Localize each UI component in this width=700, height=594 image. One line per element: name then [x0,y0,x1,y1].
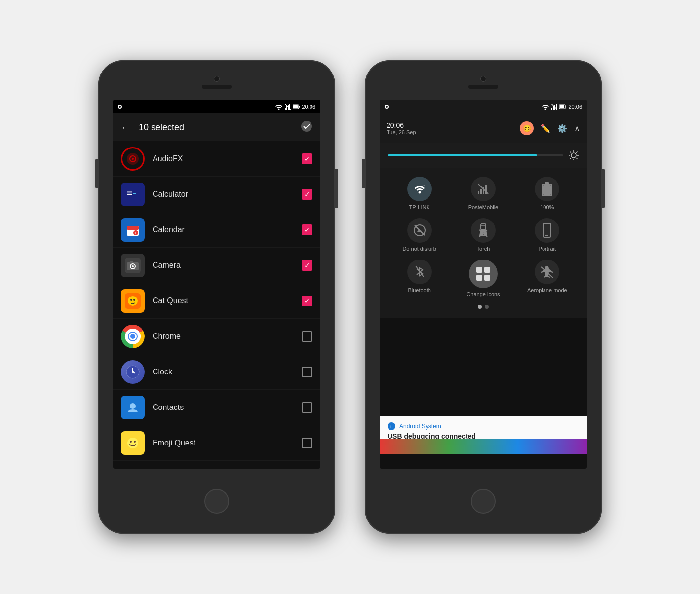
qs-pagination-dots [380,301,587,313]
checkbox-catquest[interactable] [302,296,312,306]
svg-rect-70 [545,182,549,185]
bluetooth-tile-icon [407,260,432,284]
app-icon-contacts [121,396,145,419]
notification-app-name: Android System [399,423,441,430]
speaker [202,85,232,89]
svg-point-0 [278,109,280,110]
wifi-status-icon [275,104,283,110]
qs-tile-dnd[interactable]: Do not disturb [395,218,444,252]
home-button[interactable] [204,489,229,514]
svg-rect-7 [299,106,300,108]
change-icons-tile-icon [469,260,498,288]
svg-rect-52 [560,105,564,108]
collapse-icon[interactable]: ∧ [574,124,580,133]
checkbox-chrome[interactable] [302,331,312,342]
qs-row-3: Bluetooth [380,256,587,301]
app-icon-audiofx [121,147,145,171]
qs-tile-label-dnd: Do not disturb [402,246,436,252]
portrait-tile-icon [535,218,559,243]
checkbox-audiofx[interactable] [302,153,312,164]
camera-dot-right [480,76,486,82]
screen-left: 20:06 ← 10 selected AudioFX [113,100,320,469]
app-name: Contacts [153,403,294,412]
camera-dot [214,76,220,82]
speaker-right [468,85,498,89]
app-icon-calculator: ≡= [121,183,145,206]
brightness-control[interactable] [380,143,587,168]
battery-tile-icon [535,177,559,201]
phone-right: 20:06 20:06 Tue, 26 Sep 😊 ✏️ ⚙️ ∧ [365,60,602,534]
checkbox-camera[interactable] [302,260,312,271]
checkbox-clock[interactable] [302,367,312,377]
edit-icon[interactable]: ✏️ [541,124,550,133]
svg-point-29 [133,299,135,301]
qs-tile-change-icons[interactable]: Change icons [459,260,508,297]
list-item[interactable]: Contacts [113,390,320,425]
app-icon-clock [121,360,145,384]
qs-tile-label-change-icons: Change icons [467,291,500,297]
qs-tile-portrait[interactable]: Portrait [522,218,572,252]
checkbox-emoji[interactable] [302,438,312,448]
svg-rect-51 [566,106,567,108]
svg-point-42 [130,441,132,443]
screen-right: 20:06 20:06 Tue, 26 Sep 😊 ✏️ ⚙️ ∧ [380,100,587,469]
checkbox-contacts[interactable] [302,402,312,413]
qs-header: 20:06 Tue, 26 Sep 😊 ✏️ ⚙️ ∧ [380,113,587,143]
svg-point-24 [132,265,134,267]
settings-icon[interactable]: ⚙️ [557,124,567,133]
svg-point-28 [130,299,132,301]
signal-tile-icon [471,177,496,201]
list-item[interactable]: Emoji Quest [113,425,320,461]
notification-card[interactable]: i Android System USB debugging connected… [380,416,587,454]
list-item[interactable]: AudioFX [113,141,320,177]
back-button[interactable]: ← [121,122,131,133]
user-avatar[interactable]: 😊 [520,121,534,135]
qs-time-date: 20:06 Tue, 26 Sep [387,121,515,135]
qs-tile-bluetooth[interactable]: Bluetooth [395,260,444,297]
wifi-tile-icon [407,177,432,201]
qs-tile-battery[interactable]: 100% [522,177,572,210]
app-toolbar: ← 10 selected [113,113,320,141]
svg-point-44 [545,109,546,110]
svg-point-9 [301,121,312,132]
done-button[interactable] [301,120,312,135]
svg-rect-87 [476,275,482,281]
qs-tile-torch[interactable]: Torch [459,218,508,252]
svg-point-62 [418,191,421,194]
signal-status-icon [285,104,291,110]
airplane-tile-icon [535,260,559,284]
app-name: Chrome [153,332,294,341]
list-item[interactable]: Clock [113,354,320,390]
qs-tile-label-battery: 100% [540,204,554,210]
checkbox-calendar[interactable] [302,224,312,235]
app-name: Cat Quest [153,297,294,305]
list-item[interactable]: ≡= Calculator [113,177,320,212]
app-icon-camera [121,254,145,277]
qs-dot-2 [485,305,489,309]
qs-tile-signal[interactable]: PosteMobile [459,177,508,210]
checkbox-calculator[interactable] [302,189,312,200]
svg-point-37 [132,371,134,373]
svg-rect-74 [481,224,486,230]
qs-dot-1 [478,305,482,309]
app-name: Emoji Quest [153,439,294,447]
dnd-tile-icon [407,218,432,243]
list-item[interactable]: + Calendar [113,212,320,248]
svg-point-43 [134,441,136,443]
svg-point-12 [132,158,134,160]
svg-point-53 [571,153,576,158]
svg-rect-64 [478,191,479,194]
svg-point-33 [130,334,135,339]
home-button-right[interactable] [471,489,496,514]
app-icon-calendar: + [121,218,145,242]
svg-rect-2 [286,106,287,110]
list-item[interactable]: Chrome [113,319,320,354]
qs-tile-wifi[interactable]: TP-LINK [395,177,444,210]
list-item[interactable]: Cat Quest [113,283,320,319]
app-list: AudioFX ≡= Calculator + Calendar [113,141,320,461]
app-icon-emoji [121,431,145,455]
qs-tile-airplane[interactable]: Aeroplane mode [522,260,572,297]
app-name: Calendar [153,225,294,234]
qs-row-2: Do not disturb [380,214,587,256]
list-item[interactable]: Camera [113,248,320,283]
